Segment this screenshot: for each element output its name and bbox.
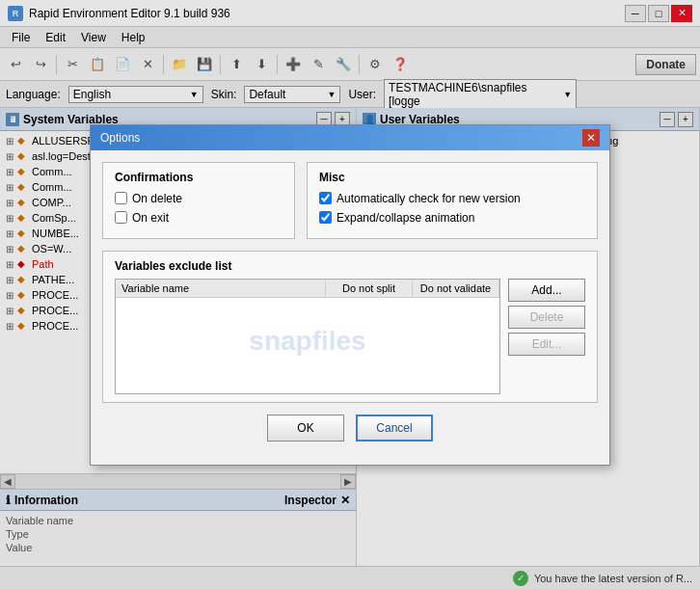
dialog-title: Options [100, 131, 140, 145]
dialog-overlay: Options ✕ Confirmations On delete On exi… [0, 0, 700, 589]
expand-animation-checkbox[interactable] [319, 211, 332, 224]
ok-button[interactable]: OK [267, 415, 344, 442]
expand-animation-row: Expand/collapse animation [319, 211, 585, 225]
misc-section: Misc Automatically check for new version… [307, 162, 598, 239]
confirmations-section: Confirmations On delete On exit [102, 162, 295, 239]
auto-check-row: Automatically check for new version [319, 192, 585, 205]
on-delete-checkbox[interactable] [115, 192, 127, 204]
cancel-button[interactable]: Cancel [356, 415, 433, 442]
on-delete-row: On delete [115, 192, 283, 205]
variables-table: Variable name Do not split Do not valida… [115, 279, 500, 394]
variables-table-area: Variable name Do not split Do not valida… [115, 279, 585, 394]
dialog-body: Confirmations On delete On exit Misc [91, 150, 609, 465]
confirmations-title: Confirmations [115, 171, 283, 184]
variables-table-body: snapfiles [116, 298, 499, 385]
on-exit-row: On exit [115, 211, 283, 225]
on-exit-label: On exit [132, 211, 169, 225]
add-variable-button[interactable]: Add... [508, 279, 585, 302]
variables-table-header: Variable name Do not split Do not valida… [116, 280, 499, 298]
col-name: Variable name [116, 280, 326, 297]
col-split: Do not split [326, 280, 413, 297]
dialog-title-bar: Options ✕ [91, 125, 609, 150]
edit-variable-button[interactable]: Edit... [508, 333, 585, 356]
dialog-close-button[interactable]: ✕ [582, 129, 600, 147]
on-delete-label: On delete [132, 192, 182, 205]
auto-check-checkbox[interactable] [319, 192, 332, 204]
on-exit-checkbox[interactable] [115, 211, 127, 224]
auto-check-label: Automatically check for new version [337, 192, 521, 205]
expand-animation-label: Expand/collapse animation [337, 211, 474, 225]
misc-title: Misc [319, 171, 585, 184]
variables-exclude-section: Variables exclude list Variable name Do … [102, 251, 598, 403]
watermark: snapfiles [249, 326, 365, 357]
options-dialog: Options ✕ Confirmations On delete On exi… [90, 124, 610, 466]
col-validate: Do not validate [413, 280, 499, 297]
delete-variable-button[interactable]: Delete [508, 306, 585, 329]
variables-buttons: Add... Delete Edit... [508, 279, 585, 394]
dialog-footer: OK Cancel [102, 415, 598, 453]
dialog-top-row: Confirmations On delete On exit Misc [102, 162, 598, 239]
variables-exclude-title: Variables exclude list [115, 259, 585, 273]
